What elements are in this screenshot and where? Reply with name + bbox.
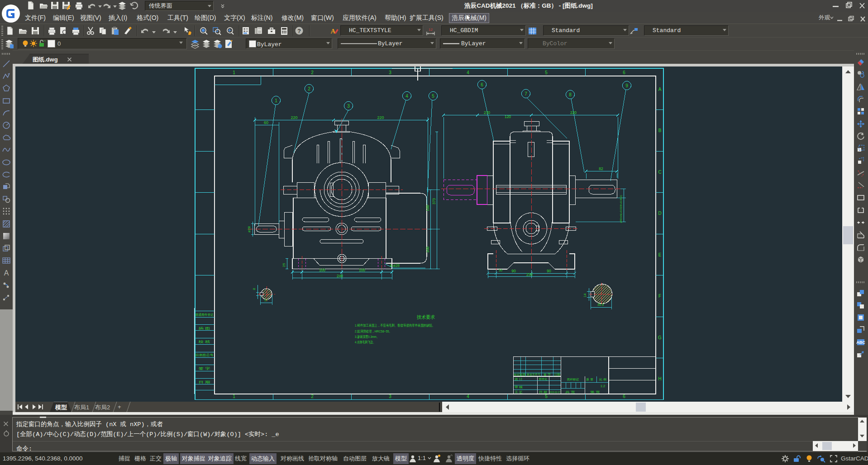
svg-text:37: 37 — [264, 298, 268, 302]
svg-text:90: 90 — [547, 269, 551, 273]
svg-text:6: 6 — [623, 394, 625, 399]
svg-text:ø28: ø28 — [247, 226, 251, 232]
svg-text:B: B — [658, 128, 662, 133]
svg-text:借通用件登记: 借通用件登记 — [196, 313, 214, 317]
svg-text:3: 3 — [389, 394, 391, 399]
svg-text:230: 230 — [484, 110, 490, 115]
svg-text:校 核: 校 核 — [198, 340, 210, 344]
svg-text:F: F — [658, 294, 661, 299]
svg-text:日 期: 日 期 — [199, 380, 210, 384]
svg-text:2: 2 — [311, 70, 314, 75]
svg-text:?: ? — [297, 28, 301, 34]
svg-text:D: D — [658, 211, 661, 216]
svg-text:2.起润滑处理，HRC58~55。: 2.起润滑处理，HRC58~55。 — [355, 329, 392, 333]
svg-text:日期: 日期 — [554, 373, 560, 376]
svg-text:3: 3 — [389, 70, 391, 75]
svg-text:5: 5 — [432, 94, 434, 99]
svg-text:3.渗碳深度0.3mm。: 3.渗碳深度0.3mm。 — [355, 335, 379, 339]
svg-text:4: 4 — [467, 394, 469, 399]
svg-text:第 页: 第 页 — [590, 390, 601, 394]
svg-text:标记: 标记 — [513, 373, 520, 376]
svg-text:100: 100 — [425, 205, 430, 211]
svg-text:2: 2 — [308, 86, 310, 91]
svg-text:共 页: 共 页 — [565, 390, 576, 394]
svg-text:质 量: 质 量 — [586, 378, 594, 381]
svg-text:处数: 处数 — [520, 373, 526, 376]
svg-text:7: 7 — [525, 91, 527, 96]
svg-text:3: 3 — [347, 104, 350, 109]
svg-text:图样标记: 图样标记 — [567, 378, 579, 381]
svg-text:技术要求: 技术要求 — [417, 314, 435, 320]
svg-text:签 字: 签 字 — [544, 373, 551, 376]
svg-text:6: 6 — [623, 70, 625, 75]
svg-text:90: 90 — [511, 269, 516, 273]
svg-text:C: C — [658, 170, 661, 175]
svg-text:82: 82 — [599, 166, 603, 171]
svg-text:插 图: 插 图 — [199, 327, 210, 330]
svg-text:标准化: 标准化 — [539, 377, 547, 381]
svg-text:工 艺: 工 艺 — [515, 390, 523, 394]
svg-text:设 计: 设 计 — [515, 377, 523, 380]
svg-text:8: 8 — [252, 288, 256, 290]
svg-text:日 期: 日 期 — [539, 390, 547, 394]
svg-text:25: 25 — [282, 263, 286, 267]
svg-text:9: 9 — [625, 83, 628, 88]
svg-text:4-ø28: 4-ø28 — [390, 263, 400, 268]
svg-text:12: 12 — [429, 28, 433, 32]
svg-text:5: 5 — [545, 394, 548, 399]
svg-text:ABC: ABC — [856, 340, 865, 345]
svg-text:E: E — [658, 252, 662, 257]
svg-text:签 字: 签 字 — [199, 367, 210, 370]
svg-text:1: 1 — [275, 98, 277, 103]
svg-text:1:2: 1:2 — [601, 384, 605, 388]
svg-text:5: 5 — [545, 70, 548, 75]
svg-text:H: H — [658, 376, 661, 381]
svg-text:373: 373 — [432, 198, 436, 204]
svg-text:220: 220 — [291, 115, 297, 120]
svg-text:ø50m6(+0.018/+0.002): ø50m6(+0.018/+0.002) — [620, 195, 622, 223]
svg-text:220: 220 — [570, 110, 577, 115]
svg-text:旧底图总号: 旧底图总号 — [196, 353, 214, 357]
svg-text:4.去除毛刺飞边。: 4.去除毛刺飞边。 — [355, 340, 376, 344]
svg-text:8: 8 — [569, 92, 572, 97]
svg-text:120: 120 — [505, 114, 511, 119]
svg-text:G: G — [658, 335, 662, 340]
svg-text:4: 4 — [467, 70, 469, 75]
svg-text:100: 100 — [425, 247, 430, 253]
svg-text:30: 30 — [499, 268, 502, 272]
svg-text:35.5: 35.5 — [597, 303, 604, 307]
svg-text:60: 60 — [264, 120, 268, 125]
svg-text:100: 100 — [359, 268, 365, 272]
svg-text:220: 220 — [377, 115, 384, 120]
svg-text:1.铸件加工表面上，不应有毛刺、裂纹等损伤零件表面的缺陷。: 1.铸件加工表面上，不应有毛刺、裂纹等损伤零件表面的缺陷。 — [355, 323, 435, 327]
svg-text:审 核: 审 核 — [515, 385, 523, 389]
svg-text:2023-02-27: 2023-02-27 — [549, 391, 560, 394]
svg-text:A: A — [4, 269, 9, 277]
svg-text:1: 1 — [233, 70, 235, 75]
svg-text:比 例: 比 例 — [599, 378, 606, 381]
svg-text:2: 2 — [311, 394, 314, 399]
svg-text:4: 4 — [405, 94, 408, 99]
svg-text:100: 100 — [319, 268, 325, 272]
svg-text:6: 6 — [481, 82, 483, 87]
svg-text:14: 14 — [583, 294, 587, 297]
svg-text:1: 1 — [233, 394, 235, 399]
svg-text:230: 230 — [526, 272, 533, 277]
svg-text:A: A — [658, 87, 662, 92]
svg-text:A: A — [331, 28, 336, 35]
svg-text:240: 240 — [337, 274, 343, 278]
svg-text:更改文件号: 更改文件号 — [527, 373, 540, 376]
